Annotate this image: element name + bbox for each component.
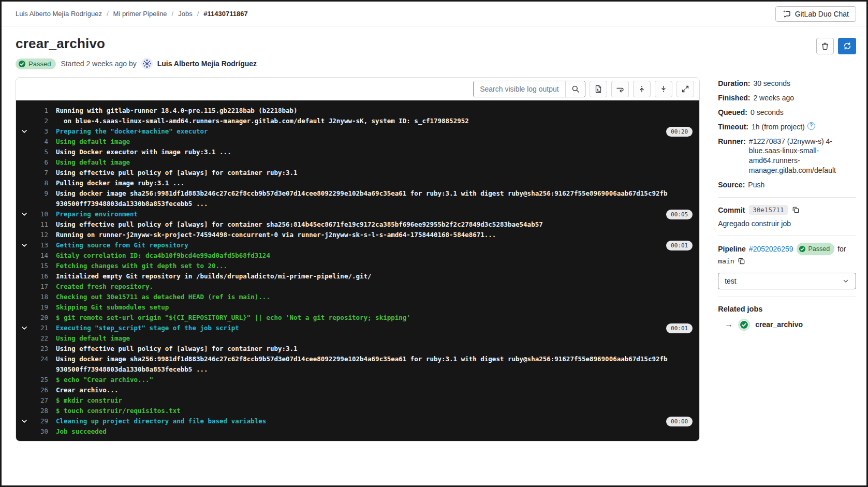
log-line-number[interactable]: 30 [33, 426, 48, 437]
log-line-number[interactable]: 12 [33, 230, 48, 240]
duo-chat-icon [783, 10, 791, 18]
fullscreen-button[interactable] [676, 81, 694, 97]
log-line-number[interactable]: 14 [33, 250, 48, 261]
timeout-value: 1h (from project) [752, 122, 805, 132]
duo-chat-button[interactable]: GitLab Duo Chat [775, 6, 856, 22]
log-line-text: Executing "step_script" stage of the job… [56, 323, 663, 333]
log-section-header[interactable]: 10Preparing environment00:05 [16, 209, 699, 219]
log-line-number[interactable]: 22 [33, 333, 48, 344]
scroll-to-top-button[interactable] [633, 81, 651, 97]
log-line-number[interactable]: 4 [33, 137, 48, 147]
log-line-number[interactable]: 11 [33, 219, 48, 230]
log-line-number[interactable]: 23 [33, 344, 48, 354]
breadcrumb-project[interactable]: Mi primer Pipeline [113, 10, 179, 18]
commit-label: Commit [718, 206, 745, 214]
log-gutter [16, 137, 33, 147]
log-line-text: Using Docker executor with image ruby:3.… [56, 147, 699, 157]
log-toolbar [16, 78, 699, 100]
search-button[interactable] [565, 81, 585, 97]
log-section-header[interactable]: 13Getting source from Git repository00:0… [16, 240, 699, 250]
runner-value: #12270837 (J2nyww-s) 4-blue.saas-linux-s… [749, 137, 856, 176]
log-line-number[interactable]: 29 [33, 416, 48, 426]
breadcrumb: Luis Alberto Mejía Rodríguez Mi primer P… [16, 10, 248, 18]
log-line-number[interactable]: 13 [33, 240, 48, 250]
log-line-number[interactable]: 17 [33, 282, 48, 292]
log-line-number[interactable]: 10 [33, 209, 48, 219]
log-line-number[interactable]: 28 [33, 406, 48, 416]
help-icon[interactable]: ? [807, 122, 815, 130]
commit-sha-badge[interactable]: 30e15711 [749, 205, 787, 215]
pipeline-id-link[interactable]: #2052026259 [749, 243, 793, 255]
log-section-header[interactable]: 21Executing "step_script" stage of the j… [16, 323, 699, 333]
log-gutter [16, 157, 33, 168]
log-line: 27$ mkdir construir [16, 395, 699, 406]
log-line-number[interactable]: 21 [33, 323, 48, 333]
log-line-number[interactable]: 25 [33, 375, 48, 385]
stage-select-value: test [725, 277, 737, 285]
log-line-text: Using docker image sha256:9981df1d883b24… [56, 188, 699, 199]
breadcrumb-user[interactable]: Luis Alberto Mejía Rodríguez [16, 10, 113, 18]
check-circle-icon [18, 60, 26, 68]
retry-icon [843, 42, 851, 50]
log-line: 19Skipping Git submodules setup [16, 302, 699, 313]
log-line-number[interactable]: 9 [33, 188, 48, 199]
pipeline-status-label: Passed [808, 244, 830, 254]
wrap-lines-button[interactable] [611, 81, 629, 97]
copy-commit-button[interactable] [792, 206, 800, 214]
log-line-number[interactable]: 24 [33, 354, 48, 364]
erase-job-log-button[interactable] [816, 38, 834, 54]
log-line-text: Using default image [56, 333, 699, 344]
copy-ref-button[interactable] [738, 257, 745, 265]
log-line-number[interactable]: 3 [33, 126, 48, 137]
log-line-number[interactable]: 8 [33, 178, 48, 188]
log-line-text: Cleaning up project directory and file b… [56, 416, 663, 426]
status-badge: Passed [16, 58, 56, 69]
log-line-number[interactable]: 15 [33, 261, 48, 271]
scroll-up-icon [638, 85, 646, 93]
log-line-number[interactable]: 20 [33, 313, 48, 323]
pipeline-ref[interactable]: main [718, 257, 734, 265]
author-link[interactable]: Luis Alberto Mejía Rodríguez [157, 60, 257, 68]
log-section-header[interactable]: 3Preparing the "docker+machine" executor… [16, 126, 699, 137]
log-gutter [16, 292, 33, 302]
log-line-text: Using default image [56, 137, 699, 147]
log-gutter [16, 178, 33, 188]
log-section-header[interactable]: 29Cleaning up project directory and file… [16, 416, 699, 426]
log-line-number[interactable]: 2 [33, 116, 48, 126]
log-line-number[interactable]: 1 [33, 106, 48, 116]
log-line-number[interactable]: 19 [33, 302, 48, 313]
log-line-text: Fetching changes with git depth set to 2… [56, 261, 699, 271]
log-line-number[interactable]: 27 [33, 395, 48, 406]
log-line: 6Using default image [16, 157, 699, 168]
duration-label: Duration: [718, 79, 750, 88]
raw-log-button[interactable] [590, 81, 607, 97]
log-gutter [16, 364, 33, 375]
log-line-text: Pulling docker image ruby:3.1 ... [56, 178, 699, 188]
log-line-number[interactable]: 16 [33, 271, 48, 282]
log-gutter [16, 333, 33, 344]
breadcrumb-jobs[interactable]: Jobs [178, 10, 203, 18]
section-duration-badge: 00:00 [666, 417, 693, 426]
log-line: 30Job succeeded [16, 426, 699, 437]
log-line-text: Preparing the "docker+machine" executor [56, 126, 663, 137]
avatar[interactable] [141, 58, 153, 69]
log-line-text: Created fresh repository. [56, 282, 699, 292]
log-gutter [16, 168, 33, 178]
scroll-to-bottom-button[interactable] [655, 81, 672, 97]
log-line-number[interactable]: 7 [33, 168, 48, 178]
log-line-number[interactable]: 5 [33, 147, 48, 157]
log-gutter [16, 395, 33, 406]
log-line: 15Fetching changes with git depth set to… [16, 261, 699, 271]
log-line-number[interactable]: 26 [33, 385, 48, 395]
log-line-text: Getting source from Git repository [56, 240, 663, 250]
search-input[interactable] [474, 81, 565, 97]
retry-job-button[interactable] [838, 38, 856, 54]
related-job-item[interactable]: → crear_archivo [718, 320, 856, 329]
section-duration-badge: 00:05 [666, 210, 693, 219]
log-line-text: Job succeeded [56, 426, 699, 437]
log-line-number[interactable]: 6 [33, 157, 48, 168]
log-line-text: $ git remote set-url origin "${CI_REPOSI… [56, 313, 699, 323]
stage-select[interactable]: test [718, 273, 856, 289]
log-line-number[interactable]: 18 [33, 292, 48, 302]
commit-message: Agregado construir job [718, 219, 856, 228]
